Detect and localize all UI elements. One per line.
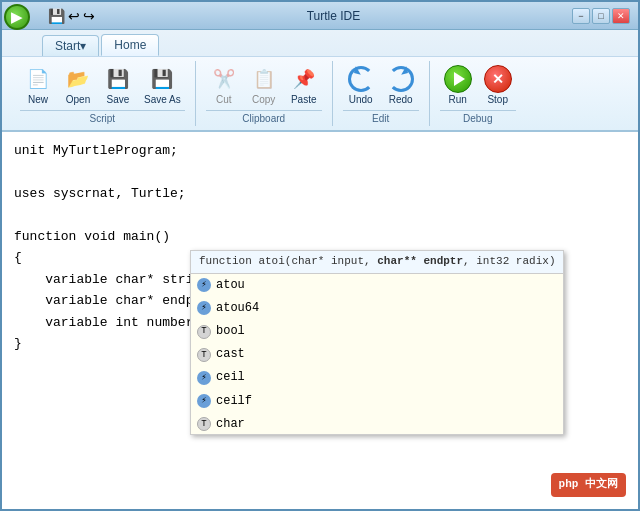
ac-label-ceil: ceil xyxy=(216,368,245,387)
autocomplete-tooltip-header: function atoi(char* input, char** endptr… xyxy=(191,251,563,274)
stop-button[interactable]: ✕ Stop xyxy=(480,63,516,107)
ribbon-group-edit: Undo Redo Edit xyxy=(333,61,430,126)
app-window: ▶ 💾 ↩ ↪ Turtle IDE − □ ✕ Start▾ Home xyxy=(2,2,638,509)
ac-icon-type: T xyxy=(197,417,211,431)
ac-label-ceilf: ceilf xyxy=(216,392,252,411)
debug-buttons: Run ✕ Stop xyxy=(440,63,516,107)
ac-label-char: char xyxy=(216,415,245,434)
ac-item-bool[interactable]: Tbool xyxy=(191,320,563,343)
tab-start[interactable]: Start▾ xyxy=(42,35,99,56)
autocomplete-list[interactable]: ⚡atou⚡atou64TboolTcast⚡ceil⚡ceilfTchar⚡c… xyxy=(191,274,563,434)
ac-item-char[interactable]: Tchar xyxy=(191,413,563,434)
redo-button[interactable]: Redo xyxy=(383,63,419,107)
autocomplete-popup[interactable]: function atoi(char* input, char** endptr… xyxy=(190,250,564,435)
paste-icon: 📌 xyxy=(290,65,318,93)
open-icon: 📂 xyxy=(64,65,92,93)
copy-button[interactable]: 📋 Copy xyxy=(246,63,282,107)
save-button[interactable]: 💾 Save xyxy=(100,63,136,107)
ac-item-ceil[interactable]: ⚡ceil xyxy=(191,366,563,389)
copy-icon: 📋 xyxy=(250,65,278,93)
ac-icon-fn: ⚡ xyxy=(197,394,211,408)
editor-area[interactable]: unit MyTurtleProgram; uses syscrnat, Tur… xyxy=(2,132,638,509)
undo-button[interactable]: Undo xyxy=(343,63,379,107)
open-button[interactable]: 📂 Open xyxy=(60,63,96,107)
ac-icon-type: T xyxy=(197,348,211,362)
run-button[interactable]: Run xyxy=(440,63,476,107)
cut-icon: ✂️ xyxy=(210,65,238,93)
save-icon: 💾 xyxy=(104,65,132,93)
ribbon-group-script: 📄 New 📂 Open 💾 Save 💾 Save As xyxy=(10,61,196,126)
code-line-4 xyxy=(14,204,626,225)
edit-buttons: Undo Redo xyxy=(343,63,419,107)
ac-item-cast[interactable]: Tcast xyxy=(191,343,563,366)
ribbon-group-debug: Run ✕ Stop Debug xyxy=(430,61,526,126)
stop-icon: ✕ xyxy=(484,65,512,93)
window-title: Turtle IDE xyxy=(95,9,572,23)
code-line-3: uses syscrnat, Turtle; xyxy=(14,183,626,204)
ac-label-atou: atou xyxy=(216,276,245,295)
paste-button[interactable]: 📌 Paste xyxy=(286,63,322,107)
quick-save-icon[interactable]: 💾 xyxy=(48,8,65,24)
ac-label-cast: cast xyxy=(216,345,245,364)
ac-icon-type: T xyxy=(197,325,211,339)
new-button[interactable]: 📄 New xyxy=(20,63,56,107)
ac-item-atou[interactable]: ⚡atou xyxy=(191,274,563,297)
ac-item-atou64[interactable]: ⚡atou64 xyxy=(191,297,563,320)
window-controls: − □ ✕ xyxy=(572,8,630,24)
ribbon-tab-row: Start▾ Home xyxy=(2,30,638,56)
quick-redo-icon[interactable]: ↪ xyxy=(83,8,95,24)
minimize-button[interactable]: − xyxy=(572,8,590,24)
ribbon: Start▾ Home 📄 New 📂 Open xyxy=(2,30,638,132)
tab-home[interactable]: Home xyxy=(101,34,159,56)
ac-icon-fn: ⚡ xyxy=(197,301,211,315)
back-arrow-icon: ▶ xyxy=(11,9,22,25)
saveas-icon: 💾 xyxy=(148,65,176,93)
quick-undo-icon[interactable]: ↩ xyxy=(68,8,80,24)
code-line-5: function void main() xyxy=(14,226,626,247)
clipboard-buttons: ✂️ Cut 📋 Copy 📌 Paste xyxy=(206,63,322,107)
ac-icon-fn: ⚡ xyxy=(197,371,211,385)
code-line-1: unit MyTurtleProgram; xyxy=(14,140,626,161)
watermark: php 中文网 xyxy=(551,473,626,497)
code-line-2 xyxy=(14,161,626,182)
run-icon xyxy=(444,65,472,93)
close-button[interactable]: ✕ xyxy=(612,8,630,24)
ac-label-bool: bool xyxy=(216,322,245,341)
script-buttons: 📄 New 📂 Open 💾 Save 💾 Save As xyxy=(20,63,185,107)
ribbon-group-clipboard: ✂️ Cut 📋 Copy 📌 Paste Clipboard xyxy=(196,61,333,126)
ac-label-atou64: atou64 xyxy=(216,299,259,318)
ac-item-ceilf[interactable]: ⚡ceilf xyxy=(191,390,563,413)
back-button[interactable]: ▶ xyxy=(4,4,30,30)
maximize-button[interactable]: □ xyxy=(592,8,610,24)
title-bar: ▶ 💾 ↩ ↪ Turtle IDE − □ ✕ xyxy=(2,2,638,30)
undo-icon xyxy=(347,65,375,93)
ac-icon-fn: ⚡ xyxy=(197,278,211,292)
redo-icon xyxy=(387,65,415,93)
saveas-button[interactable]: 💾 Save As xyxy=(140,63,185,107)
cut-button[interactable]: ✂️ Cut xyxy=(206,63,242,107)
new-icon: 📄 xyxy=(24,65,52,93)
ribbon-content: 📄 New 📂 Open 💾 Save 💾 Save As xyxy=(2,56,638,130)
